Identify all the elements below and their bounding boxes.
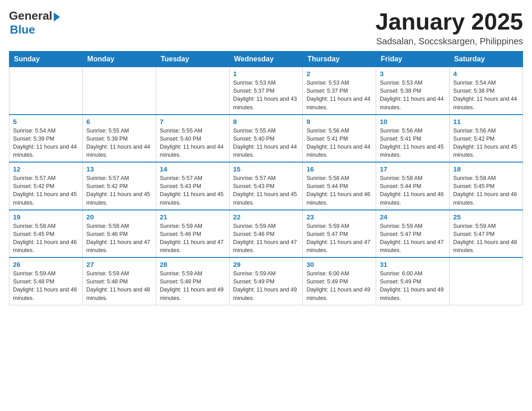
logo-arrow-icon — [54, 13, 60, 21]
calendar-cell: 20Sunrise: 5:58 AM Sunset: 5:46 PM Dayli… — [82, 210, 156, 258]
calendar-cell: 27Sunrise: 5:59 AM Sunset: 5:48 PM Dayli… — [82, 257, 156, 305]
day-number: 10 — [380, 118, 446, 125]
calendar-table: SundayMondayTuesdayWednesdayThursdayFrid… — [9, 51, 523, 305]
weekday-header-tuesday: Tuesday — [156, 51, 229, 67]
calendar-cell: 2Sunrise: 5:53 AM Sunset: 5:37 PM Daylig… — [303, 67, 376, 115]
calendar-cell: 4Sunrise: 5:54 AM Sunset: 5:38 PM Daylig… — [450, 67, 523, 115]
day-info: Sunrise: 6:00 AM Sunset: 5:49 PM Dayligh… — [306, 270, 372, 302]
day-number: 25 — [453, 213, 519, 221]
calendar-cell: 9Sunrise: 5:56 AM Sunset: 5:41 PM Daylig… — [303, 115, 376, 163]
weekday-header-sunday: Sunday — [9, 51, 83, 67]
calendar-cell: 31Sunrise: 6:00 AM Sunset: 5:49 PM Dayli… — [376, 257, 450, 305]
day-number: 21 — [160, 213, 226, 221]
day-info: Sunrise: 5:57 AM Sunset: 5:43 PM Dayligh… — [160, 174, 226, 207]
title-section: January 2025 Sadsalan, Soccsksargen, Phi… — [375, 9, 523, 47]
day-info: Sunrise: 5:54 AM Sunset: 5:39 PM Dayligh… — [13, 127, 79, 159]
calendar-cell — [9, 67, 83, 115]
logo-blue-text: Blue — [10, 23, 35, 37]
day-number: 8 — [233, 118, 299, 125]
weekday-header-wednesday: Wednesday — [229, 51, 303, 67]
day-number: 19 — [13, 213, 79, 221]
day-number: 30 — [306, 261, 372, 268]
week-row-3: 12Sunrise: 5:57 AM Sunset: 5:42 PM Dayli… — [9, 162, 523, 210]
calendar-cell: 3Sunrise: 5:53 AM Sunset: 5:38 PM Daylig… — [376, 67, 450, 115]
day-info: Sunrise: 5:57 AM Sunset: 5:42 PM Dayligh… — [13, 174, 79, 207]
day-number: 11 — [453, 118, 519, 125]
day-number: 31 — [380, 261, 446, 268]
weekday-header-monday: Monday — [82, 51, 156, 67]
calendar-cell: 19Sunrise: 5:58 AM Sunset: 5:45 PM Dayli… — [9, 210, 83, 258]
day-number: 6 — [86, 118, 152, 125]
calendar-cell: 8Sunrise: 5:55 AM Sunset: 5:40 PM Daylig… — [229, 115, 303, 163]
day-number: 16 — [306, 165, 372, 173]
day-number: 28 — [160, 261, 226, 268]
day-info: Sunrise: 5:56 AM Sunset: 5:42 PM Dayligh… — [453, 127, 519, 159]
day-info: Sunrise: 5:53 AM Sunset: 5:38 PM Dayligh… — [380, 79, 446, 111]
calendar-cell: 13Sunrise: 5:57 AM Sunset: 5:42 PM Dayli… — [82, 162, 156, 210]
calendar-cell: 5Sunrise: 5:54 AM Sunset: 5:39 PM Daylig… — [9, 115, 83, 163]
day-number: 18 — [453, 165, 519, 173]
day-number: 13 — [86, 165, 152, 173]
day-number: 3 — [380, 70, 446, 77]
day-info: Sunrise: 5:59 AM Sunset: 5:46 PM Dayligh… — [233, 222, 299, 255]
day-info: Sunrise: 5:59 AM Sunset: 5:48 PM Dayligh… — [13, 270, 79, 302]
day-number: 26 — [13, 261, 79, 268]
weekday-header-saturday: Saturday — [450, 51, 523, 67]
calendar-cell: 24Sunrise: 5:59 AM Sunset: 5:47 PM Dayli… — [376, 210, 450, 258]
day-info: Sunrise: 5:53 AM Sunset: 5:37 PM Dayligh… — [306, 79, 372, 111]
day-number: 15 — [233, 165, 299, 173]
day-info: Sunrise: 5:55 AM Sunset: 5:39 PM Dayligh… — [86, 127, 152, 159]
day-number: 22 — [233, 213, 299, 221]
page-header: General Blue January 2025 Sadsalan, Socc… — [9, 9, 523, 47]
calendar-cell: 18Sunrise: 5:58 AM Sunset: 5:45 PM Dayli… — [450, 162, 523, 210]
calendar-cell: 21Sunrise: 5:59 AM Sunset: 5:46 PM Dayli… — [156, 210, 229, 258]
calendar-cell: 10Sunrise: 5:56 AM Sunset: 5:41 PM Dayli… — [376, 115, 450, 163]
calendar-cell — [156, 67, 229, 115]
calendar-cell: 30Sunrise: 6:00 AM Sunset: 5:49 PM Dayli… — [303, 257, 376, 305]
calendar-cell: 15Sunrise: 5:57 AM Sunset: 5:43 PM Dayli… — [229, 162, 303, 210]
calendar-cell — [82, 67, 156, 115]
day-number: 9 — [306, 118, 372, 125]
day-info: Sunrise: 5:55 AM Sunset: 5:40 PM Dayligh… — [160, 127, 226, 159]
week-row-2: 5Sunrise: 5:54 AM Sunset: 5:39 PM Daylig… — [9, 115, 523, 163]
week-row-1: 1Sunrise: 5:53 AM Sunset: 5:37 PM Daylig… — [9, 67, 523, 115]
calendar-cell: 16Sunrise: 5:58 AM Sunset: 5:44 PM Dayli… — [303, 162, 376, 210]
day-info: Sunrise: 5:59 AM Sunset: 5:47 PM Dayligh… — [380, 222, 446, 255]
day-info: Sunrise: 5:59 AM Sunset: 5:46 PM Dayligh… — [160, 222, 226, 255]
day-number: 1 — [233, 70, 299, 77]
weekday-header-friday: Friday — [376, 51, 450, 67]
day-info: Sunrise: 5:58 AM Sunset: 5:45 PM Dayligh… — [13, 222, 79, 255]
day-info: Sunrise: 5:56 AM Sunset: 5:41 PM Dayligh… — [306, 127, 372, 159]
day-number: 27 — [86, 261, 152, 268]
day-number: 7 — [160, 118, 226, 125]
day-info: Sunrise: 5:58 AM Sunset: 5:45 PM Dayligh… — [453, 174, 519, 207]
day-number: 24 — [380, 213, 446, 221]
day-info: Sunrise: 5:59 AM Sunset: 5:48 PM Dayligh… — [160, 270, 226, 302]
calendar-cell: 17Sunrise: 5:58 AM Sunset: 5:44 PM Dayli… — [376, 162, 450, 210]
calendar-cell: 23Sunrise: 5:59 AM Sunset: 5:47 PM Dayli… — [303, 210, 376, 258]
weekday-header-thursday: Thursday — [303, 51, 376, 67]
day-info: Sunrise: 5:58 AM Sunset: 5:44 PM Dayligh… — [380, 174, 446, 207]
weekday-header-row: SundayMondayTuesdayWednesdayThursdayFrid… — [9, 51, 523, 67]
day-info: Sunrise: 5:54 AM Sunset: 5:38 PM Dayligh… — [453, 79, 519, 111]
day-info: Sunrise: 5:53 AM Sunset: 5:37 PM Dayligh… — [233, 79, 299, 111]
calendar-cell — [450, 257, 523, 305]
calendar-cell: 22Sunrise: 5:59 AM Sunset: 5:46 PM Dayli… — [229, 210, 303, 258]
day-info: Sunrise: 5:58 AM Sunset: 5:46 PM Dayligh… — [86, 222, 152, 255]
day-info: Sunrise: 5:57 AM Sunset: 5:42 PM Dayligh… — [86, 174, 152, 207]
calendar-cell: 28Sunrise: 5:59 AM Sunset: 5:48 PM Dayli… — [156, 257, 229, 305]
calendar-cell: 25Sunrise: 5:59 AM Sunset: 5:47 PM Dayli… — [450, 210, 523, 258]
day-info: Sunrise: 5:56 AM Sunset: 5:41 PM Dayligh… — [380, 127, 446, 159]
day-number: 17 — [380, 165, 446, 173]
month-title: January 2025 — [375, 9, 523, 34]
day-number: 29 — [233, 261, 299, 268]
week-row-4: 19Sunrise: 5:58 AM Sunset: 5:45 PM Dayli… — [9, 210, 523, 258]
day-info: Sunrise: 5:58 AM Sunset: 5:44 PM Dayligh… — [306, 174, 372, 207]
calendar-cell: 14Sunrise: 5:57 AM Sunset: 5:43 PM Dayli… — [156, 162, 229, 210]
day-info: Sunrise: 5:57 AM Sunset: 5:43 PM Dayligh… — [233, 174, 299, 207]
day-number: 5 — [13, 118, 79, 125]
day-number: 12 — [13, 165, 79, 173]
calendar-cell: 11Sunrise: 5:56 AM Sunset: 5:42 PM Dayli… — [450, 115, 523, 163]
day-number: 2 — [306, 70, 372, 77]
day-info: Sunrise: 5:59 AM Sunset: 5:49 PM Dayligh… — [233, 270, 299, 302]
